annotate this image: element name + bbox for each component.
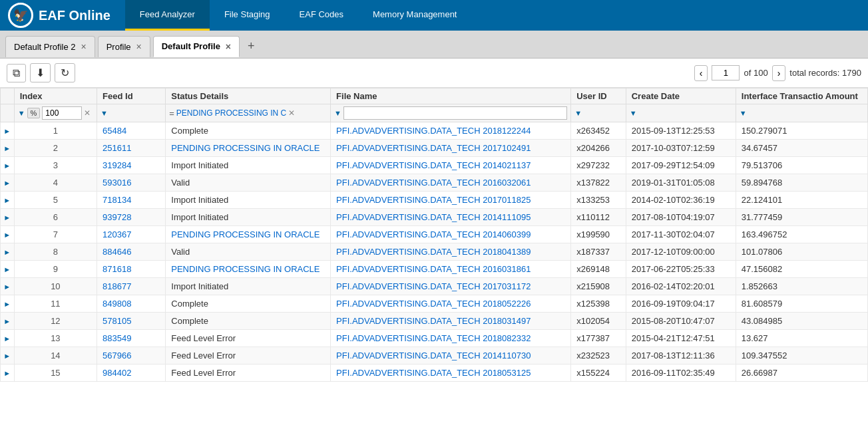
cell-index: 8 bbox=[14, 243, 97, 261]
cell-user-id: x155224 bbox=[571, 364, 626, 382]
cell-index: 15 bbox=[14, 364, 97, 382]
add-tab-button[interactable]: + bbox=[242, 37, 260, 56]
row-expander[interactable]: ► bbox=[1, 261, 15, 278]
filter-icon-create-date[interactable]: ▼ bbox=[630, 109, 637, 117]
cell-amount: 26.66987 bbox=[736, 364, 867, 382]
row-expander[interactable]: ► bbox=[1, 192, 15, 209]
cell-feed-id: 818677 bbox=[97, 278, 166, 295]
filter-icon-amount[interactable]: ▼ bbox=[740, 109, 747, 117]
cell-index: 12 bbox=[14, 313, 97, 330]
row-expander[interactable]: ► bbox=[1, 226, 15, 243]
clear-index-filter[interactable]: ✕ bbox=[84, 108, 91, 118]
row-expander[interactable]: ► bbox=[1, 330, 15, 347]
cell-create-date: 2015-08-20T10:47:07 bbox=[626, 313, 736, 330]
cell-feed-id: 718134 bbox=[97, 192, 166, 209]
cell-index: 2 bbox=[14, 140, 97, 157]
cell-create-date: 2017-11-30T02:04:07 bbox=[626, 226, 736, 243]
toolbar: ⧉ ⬇ ↻ ‹ of 100 › total records: 1790 bbox=[0, 59, 868, 88]
filter-user-id: ▼ bbox=[571, 104, 626, 122]
table-row[interactable]: ►13883549Feed Level ErrorPFI.ADVADVERTIS… bbox=[1, 330, 868, 347]
nav-tab-feed-analyzer[interactable]: Feed Analyzer bbox=[125, 0, 210, 31]
cell-index: 7 bbox=[14, 226, 97, 243]
cell-amount: 81.608579 bbox=[736, 295, 867, 313]
row-expander[interactable]: ► bbox=[1, 209, 15, 226]
filter-amount: ▼ bbox=[736, 104, 867, 122]
table-row[interactable]: ►10818677Import InitiatedPFI.ADVADVERTIS… bbox=[1, 278, 868, 295]
cell-status: Complete bbox=[166, 122, 331, 140]
cell-user-id: x177387 bbox=[571, 330, 626, 347]
nav-tab-eaf-codes[interactable]: EAF Codes bbox=[285, 0, 358, 31]
prev-page-button[interactable]: ‹ bbox=[694, 65, 708, 81]
tab-default-profile[interactable]: Default Profile × bbox=[153, 36, 240, 57]
cell-create-date: 2017-10-03T07:12:59 bbox=[626, 140, 736, 157]
row-expander[interactable]: ► bbox=[1, 140, 15, 157]
table-row[interactable]: ►8884646ValidPFI.ADVADVERTISING.DATA_TEC… bbox=[1, 243, 868, 261]
table-row[interactable]: ►3319284Import InitiatedPFI.ADVADVERTISI… bbox=[1, 157, 868, 174]
cell-amount: 163.496752 bbox=[736, 226, 867, 243]
status-filter-text: PENDING PROCESSING IN C bbox=[176, 108, 286, 118]
table-row[interactable]: ►12578105CompletePFI.ADVADVERTISING.DATA… bbox=[1, 313, 868, 330]
table-row[interactable]: ►2251611PENDING PROCESSING IN ORACLEPFI.… bbox=[1, 140, 868, 157]
cell-create-date: 2019-01-31T01:05:08 bbox=[626, 174, 736, 192]
filter-icon-feed-id[interactable]: ▼ bbox=[101, 109, 108, 117]
row-expander[interactable]: ► bbox=[1, 364, 15, 382]
table-row[interactable]: ►7120367PENDING PROCESSING IN ORACLEPFI.… bbox=[1, 226, 868, 243]
row-expander[interactable]: ► bbox=[1, 347, 15, 364]
cell-user-id: x232523 bbox=[571, 347, 626, 364]
header-row: Index Feed Id Status Details File Name U… bbox=[1, 88, 868, 104]
cell-feed-id: 849808 bbox=[97, 295, 166, 313]
filter-icon-index[interactable]: ▼ bbox=[18, 109, 25, 117]
export-button[interactable]: ⬇ bbox=[30, 63, 51, 82]
nav-tab-file-staging[interactable]: File Staging bbox=[210, 0, 285, 31]
refresh-button[interactable]: ↻ bbox=[55, 63, 75, 82]
cell-amount: 150.279071 bbox=[736, 122, 867, 140]
cell-amount: 34.67457 bbox=[736, 140, 867, 157]
row-expander[interactable]: ► bbox=[1, 243, 15, 261]
tab-profile[interactable]: Profile × bbox=[98, 36, 150, 57]
tab-close-default-profile-2[interactable]: × bbox=[81, 42, 87, 51]
percent-badge: % bbox=[27, 108, 41, 118]
row-expander[interactable]: ► bbox=[1, 122, 15, 140]
nav-tab-memory-management[interactable]: Memory Management bbox=[358, 0, 471, 31]
cell-user-id: x125398 bbox=[571, 295, 626, 313]
filter-icon-user-id[interactable]: ▼ bbox=[574, 109, 582, 117]
total-records-label: total records: 1790 bbox=[789, 68, 861, 78]
filter-index: ▼ % ✕ bbox=[14, 104, 97, 122]
cell-status: Complete bbox=[166, 295, 331, 313]
row-expander[interactable]: ► bbox=[1, 278, 15, 295]
cell-index: 1 bbox=[14, 122, 97, 140]
table-row[interactable]: ►15984402Feed Level ErrorPFI.ADVADVERTIS… bbox=[1, 364, 868, 382]
table-row[interactable]: ►5718134Import InitiatedPFI.ADVADVERTISI… bbox=[1, 192, 868, 209]
table-row[interactable]: ►4593016ValidPFI.ADVADVERTISING.DATA_TEC… bbox=[1, 174, 868, 192]
cell-file-name: PFI.ADVADVERTISING.DATA_TECH 2017011825 bbox=[331, 192, 571, 209]
cell-file-name: PFI.ADVADVERTISING.DATA_TECH 2018031497 bbox=[331, 313, 571, 330]
file-name-filter-input[interactable] bbox=[343, 106, 567, 120]
row-expander[interactable]: ► bbox=[1, 295, 15, 313]
table-row[interactable]: ►9871618PENDING PROCESSING IN ORACLEPFI.… bbox=[1, 261, 868, 278]
row-expander[interactable]: ► bbox=[1, 313, 15, 330]
tab-close-default-profile[interactable]: × bbox=[226, 42, 231, 51]
next-page-button[interactable]: › bbox=[772, 65, 786, 81]
filter-icon-file-name[interactable]: ▼ bbox=[334, 109, 341, 117]
tab-close-profile[interactable]: × bbox=[136, 42, 142, 51]
cell-status: PENDING PROCESSING IN ORACLE bbox=[166, 140, 331, 157]
copy-button[interactable]: ⧉ bbox=[7, 64, 26, 82]
tab-default-profile-2[interactable]: Default Profile 2 × bbox=[5, 36, 95, 57]
cell-status: Import Initiated bbox=[166, 209, 331, 226]
page-number-input[interactable] bbox=[712, 65, 740, 80]
index-filter-input[interactable] bbox=[42, 106, 82, 120]
cell-amount: 101.07806 bbox=[736, 243, 867, 261]
filter-status: = PENDING PROCESSING IN C ✕ bbox=[166, 104, 331, 122]
filter-file-name: ▼ bbox=[331, 104, 571, 122]
table-row[interactable]: ►165484CompletePFI.ADVADVERTISING.DATA_T… bbox=[1, 122, 868, 140]
col-user-id: User ID bbox=[571, 88, 626, 104]
row-expander[interactable]: ► bbox=[1, 174, 15, 192]
table-row[interactable]: ►6939728Import InitiatedPFI.ADVADVERTISI… bbox=[1, 209, 868, 226]
filter-create-date: ▼ bbox=[626, 104, 736, 122]
col-index: Index bbox=[14, 88, 97, 104]
table-row[interactable]: ►14567966Feed Level ErrorPFI.ADVADVERTIS… bbox=[1, 347, 868, 364]
clear-status-filter[interactable]: ✕ bbox=[288, 108, 295, 118]
table-row[interactable]: ►11849808CompletePFI.ADVADVERTISING.DATA… bbox=[1, 295, 868, 313]
row-expander[interactable]: ► bbox=[1, 157, 15, 174]
cell-file-name: PFI.ADVADVERTISING.DATA_TECH 2018053125 bbox=[331, 364, 571, 382]
